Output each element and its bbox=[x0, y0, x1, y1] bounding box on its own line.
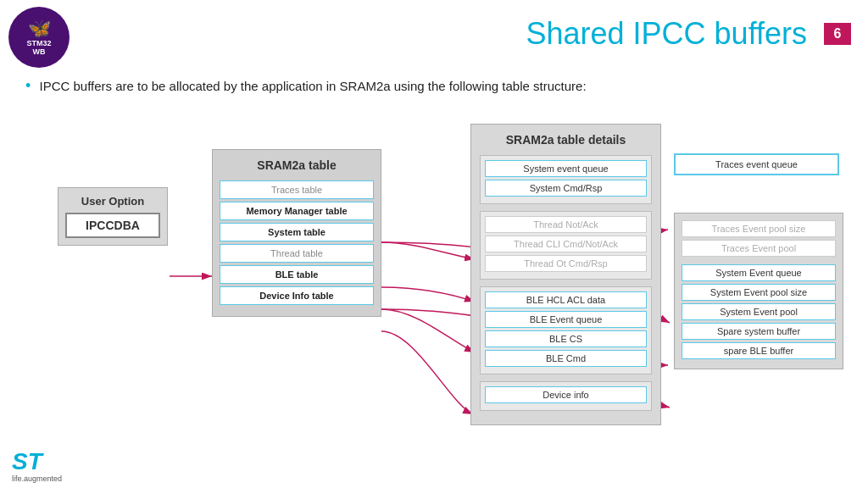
ipccdba-value: IPCCDBA bbox=[65, 213, 160, 238]
device-panel: Device info bbox=[480, 381, 652, 411]
sram2a-row-device: Device Info table bbox=[220, 286, 374, 305]
thread-not-ack-row: Thread Not/Ack bbox=[485, 216, 647, 233]
user-option-box: User Option IPCCDBA bbox=[58, 187, 168, 246]
logo-subtext: WB bbox=[33, 48, 46, 57]
st-tagline: life.augmented bbox=[12, 474, 62, 483]
spare-ble-buffer-row: spare BLE buffer bbox=[682, 342, 836, 359]
traces-event-queue-box: Traces event queue bbox=[674, 153, 839, 175]
system-event-queue-row: System event queue bbox=[485, 160, 647, 177]
sram2a-row-system: System table bbox=[220, 223, 374, 241]
system-event-pool-size-row: System Event pool size bbox=[682, 284, 836, 301]
system-cmd-rsp-row: System Cmd/Rsp bbox=[485, 180, 647, 197]
traces-event-queue-label: Traces event queue bbox=[715, 159, 798, 169]
system-event-pool-row: System Event pool bbox=[682, 303, 836, 320]
ble-event-queue-row: BLE Event queue bbox=[485, 311, 647, 328]
bullet-dot: • bbox=[25, 77, 31, 94]
right-panel: Traces Event pool size Traces Event pool… bbox=[674, 213, 843, 369]
spare-system-buffer-row: Spare system buffer bbox=[682, 323, 836, 340]
logo: 🦋 STM32 WB bbox=[8, 7, 70, 68]
thread-panel: Thread Not/Ack Thread CLI Cmd/Not/Ack Th… bbox=[480, 211, 652, 280]
footer: ST life.augmented bbox=[0, 445, 153, 488]
sram2a-table-title: SRAM2a table bbox=[220, 158, 374, 172]
sram2a-row-ble: BLE table bbox=[220, 265, 374, 284]
sram2a-row-memory: Memory Manager table bbox=[220, 202, 374, 220]
ble-panel: BLE HCL ACL data BLE Event queue BLE CS … bbox=[480, 286, 652, 374]
st-logo: ST life.augmented bbox=[12, 450, 141, 483]
user-option-label: User Option bbox=[65, 195, 160, 208]
system-event-queue-right-row: System Event queue bbox=[682, 264, 836, 281]
thread-cli-row: Thread CLI Cmd/Not/Ack bbox=[485, 236, 647, 252]
details-box: SRAM2a table details System event queue … bbox=[470, 124, 661, 425]
device-info-row: Device info bbox=[485, 386, 647, 403]
ble-cmd-row: BLE Cmd bbox=[485, 350, 647, 367]
traces-event-pool-size-row: Traces Event pool size bbox=[682, 220, 836, 237]
butterfly-icon: 🦋 bbox=[28, 18, 51, 40]
details-title: SRAM2a table details bbox=[480, 133, 652, 147]
traces-event-pool-row: Traces Event pool bbox=[682, 240, 836, 257]
page-number: 6 bbox=[824, 23, 851, 45]
st-logo-text: ST bbox=[12, 450, 42, 474]
bullet-text: • IPCC buffers are to be allocated by th… bbox=[0, 68, 868, 103]
system-panel: System event queue System Cmd/Rsp bbox=[480, 155, 652, 204]
bullet-content: IPCC buffers are to be allocated by the … bbox=[39, 79, 586, 93]
sram2a-table: SRAM2a table Traces table Memory Manager… bbox=[212, 149, 381, 317]
thread-ot-row: Thread Ot Cmd/Rsp bbox=[485, 255, 647, 272]
ble-hcl-row: BLE HCL ACL data bbox=[485, 291, 647, 308]
ble-cs-row: BLE CS bbox=[485, 330, 647, 347]
sram2a-row-thread: Thread table bbox=[220, 244, 374, 263]
header: 🦋 STM32 WB Shared IPCC buffers 6 bbox=[0, 0, 868, 68]
page-title: Shared IPCC buffers bbox=[526, 16, 807, 52]
diagram: User Option IPCCDBA SRAM2a table Traces … bbox=[0, 103, 868, 458]
sram2a-row-traces: Traces table bbox=[220, 180, 374, 199]
